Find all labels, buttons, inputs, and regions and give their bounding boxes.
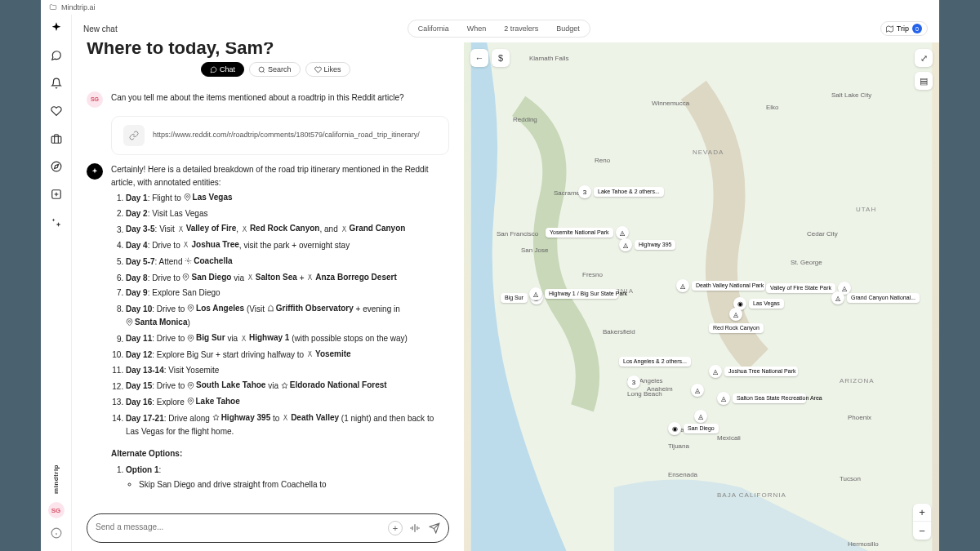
- split-view: Where to today, Sam? Chat Search Likes S…: [72, 42, 939, 551]
- entity-highway-1[interactable]: Highway 1: [240, 331, 289, 344]
- filter-travelers[interactable]: 2 travelers: [496, 22, 546, 35]
- trip-button[interactable]: Trip 0: [880, 21, 928, 36]
- entity-joshua-tree[interactable]: Joshua Tree: [182, 238, 238, 251]
- user-avatar[interactable]: SG: [48, 502, 65, 518]
- poi-red-rock[interactable]: ◬Red Rock Canyon: [709, 308, 764, 333]
- heart-icon[interactable]: [50, 104, 63, 118]
- poi-san-diego[interactable]: ◉San Diego: [668, 422, 719, 435]
- compass-icon[interactable]: [50, 160, 63, 173]
- entity-highway-395[interactable]: Highway 395: [212, 411, 271, 424]
- info-icon[interactable]: [50, 527, 63, 540]
- poi-los-angeles[interactable]: Los Angeles & 2 others...: [619, 357, 691, 367]
- entity-los-angeles[interactable]: Los Angeles: [187, 302, 244, 315]
- message-input[interactable]: [96, 522, 381, 531]
- entity-anza-borrego[interactable]: Anza Borrego Desert: [306, 271, 396, 284]
- entity-salton-sea[interactable]: Salton Sea: [247, 271, 297, 284]
- entity-san-diego[interactable]: San Diego: [182, 271, 231, 284]
- sparkles-icon[interactable]: [50, 216, 63, 229]
- brand-vertical: mindtrip: [52, 464, 60, 494]
- filter-budget[interactable]: Budget: [548, 22, 588, 35]
- poi-joshua-tree[interactable]: ◬Joshua Tree National Park: [709, 365, 798, 378]
- alternate-list: Option 1: Skip San Diego and drive strai…: [111, 464, 449, 491]
- entity-south-lake-tahoe[interactable]: South Lake Tahoe: [187, 379, 265, 392]
- filter-destination[interactable]: California: [410, 22, 457, 35]
- day-11: Day 11: Drive to Big Sur via Highway 1 (…: [126, 331, 449, 345]
- poi-hwy395[interactable]: ◬Highway 395: [619, 238, 675, 251]
- day-1: Day 1: Flight to Las Vegas: [126, 191, 449, 205]
- map-back-button[interactable]: ←: [470, 49, 488, 67]
- titlebar: Mindtrip.ai: [41, 0, 939, 15]
- sparkle-icon[interactable]: [50, 21, 63, 34]
- entity-big-sur[interactable]: Big Sur: [187, 331, 225, 344]
- map-expand-button[interactable]: ⤢: [915, 49, 933, 67]
- chat-icon[interactable]: [50, 49, 63, 62]
- svg-point-5: [259, 67, 264, 72]
- entity-griffith[interactable]: Griffith Observatory: [267, 302, 354, 315]
- link-card[interactable]: https://www.reddit.com/r/roadtrip/commen…: [111, 116, 449, 155]
- briefcase-icon[interactable]: [50, 132, 63, 145]
- zoom-out-button[interactable]: −: [913, 522, 931, 540]
- send-icon[interactable]: [429, 522, 440, 534]
- entity-coachella[interactable]: Coachella: [185, 255, 232, 268]
- poi-salton[interactable]: ◬Salton Sea State Recreation Area: [717, 392, 806, 405]
- zoom-controls: + −: [913, 504, 931, 540]
- filter-when[interactable]: When: [459, 22, 495, 35]
- entity-las-vegas[interactable]: Las Vegas: [184, 191, 233, 204]
- entity-valley-of-fire[interactable]: Valley of Fire: [177, 222, 237, 235]
- day-13-14: Day 13-14: Visit Yosemite: [126, 364, 449, 377]
- svg-point-9: [189, 307, 191, 309]
- user-message: SG Can you tell me about the items menti…: [87, 91, 449, 108]
- tab-likes[interactable]: Likes: [305, 62, 350, 77]
- entity-yosemite[interactable]: Yosemite: [306, 348, 351, 361]
- svg-point-7: [188, 260, 189, 261]
- itinerary-list: Day 1: Flight to Las Vegas Day 2: Visit …: [111, 191, 449, 438]
- poi-death-valley[interactable]: ◬Death Valley National Park: [676, 279, 765, 292]
- poi-tahoe[interactable]: 3Lake Tahoe & 2 others...: [578, 185, 664, 198]
- content-area: New chat California When 2 travelers Bud…: [72, 15, 939, 551]
- map-layers-button[interactable]: ▤: [915, 72, 933, 90]
- poi-extra1[interactable]: ◬: [691, 384, 704, 397]
- entity-grand-canyon[interactable]: Grand Canyon: [341, 222, 406, 235]
- poi-la-count[interactable]: 3: [627, 375, 640, 389]
- tab-chat[interactable]: Chat: [201, 62, 244, 77]
- poi-hwy1[interactable]: ◬Highway 1 / Big Sur State Park: [529, 287, 618, 300]
- trip-label: Trip: [897, 24, 909, 33]
- svg-point-10: [128, 320, 130, 322]
- trip-count-badge: 0: [912, 24, 922, 33]
- day-10: Day 10: Drive to Los Angeles (Visit Grif…: [126, 302, 449, 330]
- map-pane[interactable]: ← $ ⤢ ▤ NEVADA CALIFORNIA UTAH ARIZONA B…: [464, 42, 939, 551]
- bell-icon[interactable]: [50, 77, 63, 90]
- entity-death-valley[interactable]: Death Valley: [282, 411, 339, 424]
- chat-pane: Where to today, Sam? Chat Search Likes S…: [72, 42, 464, 551]
- poi-extra2[interactable]: ◬: [694, 410, 707, 423]
- entity-eldorado[interactable]: Eldorado National Forest: [281, 379, 387, 392]
- new-chat-link[interactable]: New chat: [83, 24, 118, 33]
- svg-point-1: [51, 162, 61, 171]
- app-title: Mindtrip.ai: [61, 3, 96, 11]
- tab-search[interactable]: Search: [249, 62, 301, 77]
- zoom-in-button[interactable]: +: [913, 504, 931, 522]
- poi-grand-canyon[interactable]: ◬Grand Canyon National...: [831, 291, 920, 304]
- hero-title: Where to today, Sam?: [87, 42, 449, 59]
- svg-point-6: [186, 196, 188, 198]
- svg-point-12: [189, 384, 191, 385]
- voice-icon[interactable]: [409, 522, 421, 534]
- map-icon: [886, 25, 893, 33]
- plus-square-icon[interactable]: [50, 188, 63, 201]
- ai-avatar: [87, 163, 103, 180]
- entity-red-rock[interactable]: Red Rock Canyon: [241, 222, 320, 235]
- entity-lake-tahoe[interactable]: Lake Tahoe: [187, 395, 240, 408]
- chat-bubble-icon: [210, 66, 217, 73]
- day-2: Day 2: Visit Las Vegas: [126, 207, 449, 220]
- chat-scroll[interactable]: SG Can you tell me about the items menti…: [87, 77, 449, 551]
- map-price-button[interactable]: $: [492, 49, 510, 67]
- link-url: https://www.reddit.com/r/roadtrip/commen…: [153, 130, 420, 141]
- day-9: Day 9: Explore San Diego: [126, 287, 449, 300]
- attach-button[interactable]: +: [388, 521, 403, 535]
- entity-santa-monica[interactable]: Santa Monica: [126, 316, 187, 329]
- poi-yosemite[interactable]: Yosemite National Park◬: [546, 226, 629, 239]
- main: mindtrip SG New chat California When 2 t…: [41, 15, 939, 551]
- topbar: New chat California When 2 travelers Bud…: [72, 15, 939, 42]
- alternate-heading: Alternate Options:: [111, 447, 449, 460]
- svg-point-8: [185, 275, 187, 277]
